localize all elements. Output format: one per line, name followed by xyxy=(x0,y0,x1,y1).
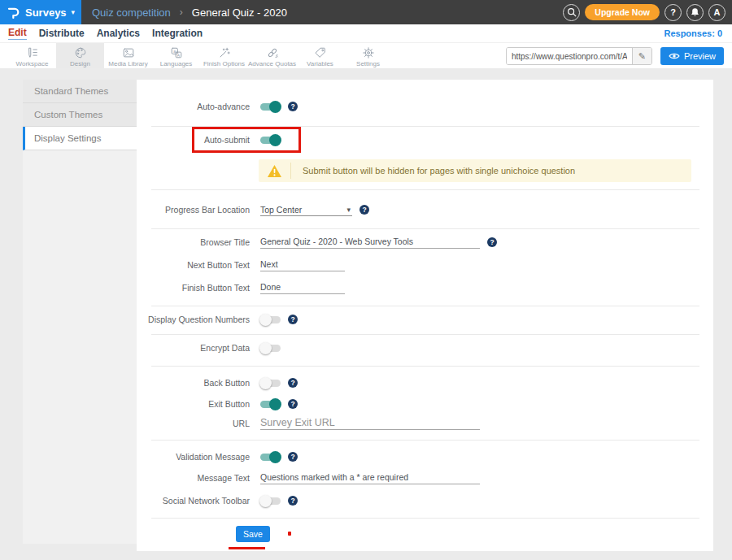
survey-nav: Edit Distribute Analytics Integration Re… xyxy=(0,24,732,42)
variables-tag-icon xyxy=(314,46,327,59)
breadcrumb-separator: › xyxy=(180,7,183,18)
separator xyxy=(151,518,699,519)
media-library-icon xyxy=(122,46,135,59)
separator xyxy=(151,189,699,190)
warning-text: Submit button will be hidden for pages w… xyxy=(291,166,575,176)
breadcrumb-folder[interactable]: Quiz competition xyxy=(92,7,171,19)
notifications-button[interactable] xyxy=(686,4,704,21)
next-button-text-input[interactable] xyxy=(260,258,345,271)
exit-url-input[interactable] xyxy=(260,417,480,430)
exit-button-label: Exit Button xyxy=(137,397,250,410)
account-button[interactable]: A xyxy=(708,4,725,21)
next-button-text-label: Next Button Text xyxy=(137,258,250,271)
help-button[interactable]: ? xyxy=(664,4,682,21)
back-button-help-icon[interactable]: ? xyxy=(288,378,298,388)
edit-url-button[interactable]: ✎ xyxy=(632,48,651,64)
pencil-icon: ✎ xyxy=(638,51,646,61)
exit-button-row: Exit Button ? xyxy=(137,397,713,410)
encrypt-data-toggle[interactable] xyxy=(260,345,281,352)
toolbar-finish-options[interactable]: Finish Options xyxy=(200,43,248,68)
social-network-toolbar-toggle[interactable] xyxy=(260,497,281,505)
auto-advance-row: Auto-advance ? xyxy=(137,100,713,113)
questionpro-logo-icon xyxy=(7,6,20,20)
toolbar-variables[interactable]: Variables xyxy=(296,43,344,68)
display-settings-panel: Auto-advance ? Auto-submit Submit button… xyxy=(137,80,713,551)
preview-button[interactable]: Preview xyxy=(660,47,724,65)
sidebar-item-standard-themes[interactable]: Standard Themes xyxy=(23,80,137,103)
surveys-product-menu[interactable]: Surveys ▾ xyxy=(0,0,81,24)
message-text-input[interactable] xyxy=(260,471,480,484)
auto-advance-help-icon[interactable]: ? xyxy=(288,102,298,111)
red-dot-annotation xyxy=(288,532,291,536)
display-question-numbers-row: Display Question Numbers ? xyxy=(137,313,713,326)
progress-bar-help-icon[interactable]: ? xyxy=(359,205,369,215)
search-button[interactable] xyxy=(563,4,580,21)
search-icon xyxy=(567,7,577,17)
exit-url-label: URL xyxy=(137,417,250,430)
progress-bar-location-label: Progress Bar Location xyxy=(137,203,250,216)
toolbar-workspace[interactable]: Workspace xyxy=(8,43,56,68)
back-button-label: Back Button xyxy=(137,376,250,389)
display-question-numbers-toggle[interactable] xyxy=(260,316,281,323)
toolbar-right-group: ✎ Preview xyxy=(506,47,724,65)
validation-message-toggle[interactable] xyxy=(260,454,281,461)
back-button-toggle[interactable] xyxy=(260,380,281,387)
survey-url-box: ✎ xyxy=(506,47,652,65)
encrypt-data-row: Encrypt Data xyxy=(137,341,713,354)
browser-title-help-icon[interactable]: ? xyxy=(487,237,497,247)
display-question-numbers-help-icon[interactable]: ? xyxy=(288,315,298,324)
sidebar-item-custom-themes[interactable]: Custom Themes xyxy=(23,103,137,127)
tab-analytics[interactable]: Analytics xyxy=(97,28,140,39)
toolbar-design[interactable]: Design xyxy=(56,43,104,68)
toolbar-advance-quotas[interactable]: Advance Quotas xyxy=(248,43,296,68)
tab-edit[interactable]: Edit xyxy=(8,27,27,40)
finish-button-text-row: Finish Button Text xyxy=(137,281,713,294)
sidebar-item-display-settings[interactable]: Display Settings xyxy=(23,127,137,150)
progress-bar-location-select[interactable]: Top Center ▾ xyxy=(260,203,352,216)
validation-message-row: Validation Message ? xyxy=(137,450,713,463)
responses-count[interactable]: Responses: 0 xyxy=(664,28,722,38)
avatar: A xyxy=(714,7,721,17)
themes-sidebar: Standard Themes Custom Themes Display Se… xyxy=(23,80,137,544)
toolbar-settings[interactable]: Settings xyxy=(344,43,392,68)
exit-url-row: URL xyxy=(137,417,713,430)
chevron-down-icon: ▾ xyxy=(346,206,352,214)
design-palette-icon xyxy=(74,46,87,59)
browser-title-input[interactable] xyxy=(260,236,480,249)
encrypt-data-label: Encrypt Data xyxy=(137,341,250,354)
exit-button-help-icon[interactable]: ? xyxy=(288,399,298,409)
social-network-toolbar-help-icon[interactable]: ? xyxy=(288,496,298,506)
bell-icon xyxy=(691,7,699,17)
message-text-label: Message Text xyxy=(137,471,250,484)
survey-url-input[interactable] xyxy=(507,48,632,64)
design-page: Standard Themes Custom Themes Display Se… xyxy=(0,68,732,560)
validation-message-label: Validation Message xyxy=(137,450,250,463)
design-toolbar: Workspace Design Media Library aA Langua… xyxy=(0,42,732,69)
finish-options-wand-icon xyxy=(218,46,231,59)
exit-button-toggle[interactable] xyxy=(260,401,281,408)
auto-advance-toggle[interactable] xyxy=(260,103,281,111)
tab-integration[interactable]: Integration xyxy=(152,28,203,39)
advance-quotas-link-icon xyxy=(266,46,279,59)
red-underline-annotation xyxy=(229,547,265,549)
separator xyxy=(151,366,699,367)
progress-bar-location-row: Progress Bar Location Top Center ▾ ? xyxy=(137,203,713,216)
validation-message-help-icon[interactable]: ? xyxy=(288,452,298,462)
separator xyxy=(151,228,699,229)
separator xyxy=(151,126,699,127)
tab-distribute[interactable]: Distribute xyxy=(39,28,85,39)
upgrade-now-button[interactable]: Upgrade Now xyxy=(585,4,660,20)
toolbar-languages[interactable]: aA Languages xyxy=(152,43,200,68)
finish-button-text-label: Finish Button Text xyxy=(137,281,250,294)
social-network-toolbar-row: Social Network Toolbar ? xyxy=(137,494,713,507)
toolbar-media-library[interactable]: Media Library xyxy=(104,43,152,68)
settings-gear-icon xyxy=(362,46,375,59)
finish-button-text-input[interactable] xyxy=(260,281,345,294)
workspace-icon xyxy=(26,46,39,59)
product-menu-label: Surveys xyxy=(25,7,67,19)
social-network-toolbar-label: Social Network Toolbar xyxy=(137,494,250,507)
topbar-actions: Upgrade Now ? A xyxy=(563,0,725,24)
auto-submit-warning: Submit button will be hidden for pages w… xyxy=(259,159,691,182)
save-button[interactable]: Save xyxy=(236,526,270,542)
auto-submit-toggle[interactable] xyxy=(260,137,281,144)
